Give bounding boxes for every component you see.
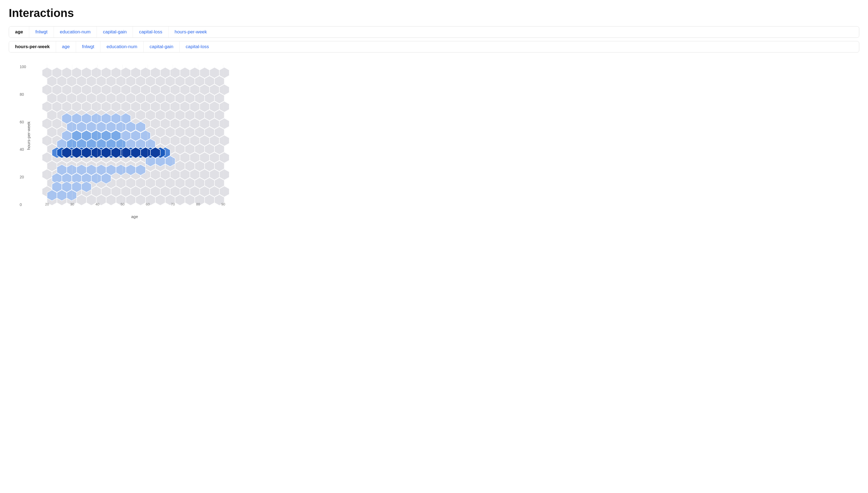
svg-text:50: 50 [121, 202, 125, 206]
hexbin-chart-container: hours-per-week 100 80 60 40 20 0 [9, 59, 859, 223]
page-title: Interactions [9, 6, 859, 20]
tab-row2-capital-gain[interactable]: capital-gain [144, 41, 180, 52]
tab-row2-capital-loss[interactable]: capital-loss [180, 41, 215, 52]
svg-text:30: 30 [70, 202, 74, 206]
svg-text:70: 70 [171, 202, 175, 206]
tab-row1-capital-loss[interactable]: capital-loss [133, 26, 169, 38]
svg-text:40: 40 [95, 202, 99, 206]
tab-row1-capital-gain[interactable]: capital-gain [97, 26, 133, 38]
tab-row1-hours-per-week[interactable]: hours-per-week [169, 26, 213, 38]
hexbin-svg: 20 30 40 50 60 70 80 90 100 80 60 40 20 … [31, 65, 239, 207]
tab-row2-age[interactable]: age [56, 41, 76, 52]
tab-row2-hours-per-week[interactable]: hours-per-week [9, 41, 56, 52]
tab-row2-fnlwgt[interactable]: fnlwgt [76, 41, 101, 52]
tab-row1-fnlwgt[interactable]: fnlwgt [29, 26, 53, 38]
svg-text:80: 80 [196, 202, 200, 206]
tab-row2-education-num[interactable]: education-num [101, 41, 143, 52]
svg-text:20: 20 [45, 202, 49, 206]
tab-row1-age[interactable]: age [9, 26, 29, 38]
tab-row1-education-num[interactable]: education-num [54, 26, 97, 38]
x-axis-label: age [131, 214, 138, 219]
row1-tabs: age fnlwgt education-num capital-gain ca… [9, 26, 859, 38]
chart-area: hours-per-week 100 80 60 40 20 0 [31, 65, 239, 207]
y-axis-label: hours-per-week [26, 122, 31, 150]
svg-text:60: 60 [146, 202, 150, 206]
svg-text:90: 90 [221, 202, 225, 206]
row2-tabs: hours-per-week age fnlwgt education-num … [9, 41, 859, 52]
y-ticks: 100 80 60 40 20 0 [20, 65, 26, 207]
